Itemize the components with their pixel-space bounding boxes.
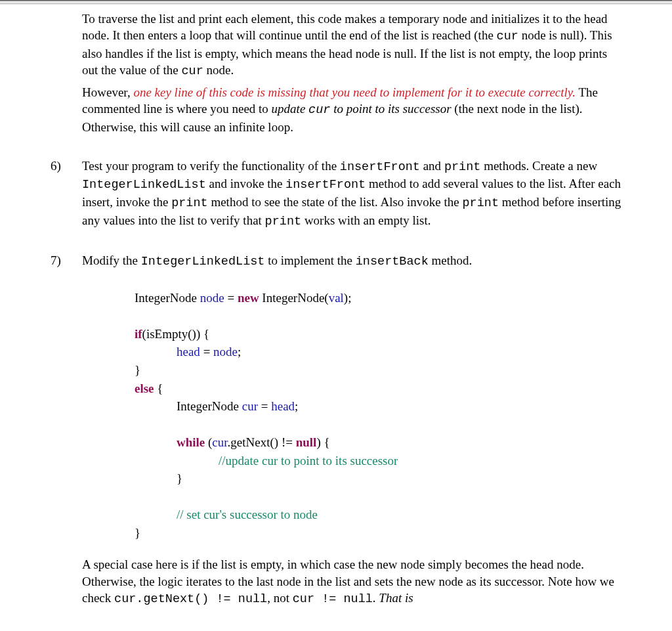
code-line: //update cur to point to its successor [135, 454, 398, 468]
code-text: IntegerNode( [259, 291, 329, 305]
code-inline: cur [497, 30, 518, 43]
code-inline: print [171, 196, 208, 210]
code-inline: IntegerLinkedList [141, 255, 265, 269]
code-text: (isEmpty()) { [142, 327, 210, 341]
code-line: while (cur.getNext() != null) { [135, 435, 330, 449]
text: method to see the state of the list. Als… [208, 195, 463, 209]
text: node. [203, 63, 234, 77]
code-inline: print [463, 196, 499, 210]
text: and invoke the [206, 177, 285, 190]
code-text: ; [238, 345, 241, 359]
code-ident: head [271, 399, 295, 413]
code-line: IntegerNode cur = head; [135, 399, 298, 413]
step-number: 7) [51, 252, 61, 269]
intro-paragraph-1: To traverse the list and print each elem… [82, 11, 626, 80]
code-keyword: if [135, 327, 142, 341]
code-text: ); [344, 291, 352, 305]
code-inline-italic: cur [308, 103, 330, 117]
code-comment: //update cur to point to its successor [219, 454, 398, 468]
code-text: .getNext() != [228, 435, 296, 449]
code-ident: cur [212, 435, 227, 449]
code-ident: head [177, 345, 200, 359]
code-ident: val [329, 291, 344, 305]
code-inline: cur.getNext() != null [114, 592, 267, 606]
step-6: 6) Test your program to verify the funct… [82, 158, 626, 230]
code-inline: print [444, 160, 481, 174]
text: to implement the [264, 253, 355, 267]
text: . [373, 591, 379, 605]
code-line: IntegerNode node = new IntegerNode(val); [135, 291, 351, 305]
text: Modify the [82, 253, 141, 267]
step-7: 7) Modify the IntegerLinkedList to imple… [82, 252, 626, 271]
text: and [420, 159, 444, 173]
code-inline: cur [181, 64, 203, 78]
code-line: } [135, 526, 140, 540]
code-line: head = node; [135, 345, 241, 359]
code-op: = [224, 291, 238, 305]
step-body: Test your program to verify the function… [82, 158, 626, 230]
code-text: } [177, 471, 182, 485]
code-inline: insertBack [356, 255, 429, 269]
text: , not [267, 591, 293, 605]
code-inline: insertFront [285, 178, 366, 192]
intro-paragraph-2: However, one key line of this code is mi… [82, 84, 626, 135]
code-inline: cur != null [293, 592, 373, 606]
emphasis-red: one key line of this code is missing tha… [133, 85, 576, 99]
text: methods. Create a new [480, 159, 597, 173]
code-keyword: new [238, 291, 259, 305]
code-line: } [135, 363, 140, 377]
code-type: IntegerNode [135, 291, 200, 305]
code-comment: // set cur's successor to node [177, 508, 318, 521]
code-ident: node [200, 291, 224, 305]
code-text: ) { [316, 435, 329, 449]
code-ident: node [213, 345, 238, 359]
code-inline: print [265, 215, 302, 228]
text: method. [429, 253, 472, 267]
code-op: = [200, 345, 213, 359]
text: Test your program to verify the function… [82, 159, 340, 173]
code-inline: insertFront [340, 160, 420, 174]
text-italic: to point to its successor [330, 102, 451, 116]
code-text: ( [205, 435, 212, 449]
code-text: ; [295, 399, 298, 413]
code-keyword: null [296, 435, 317, 449]
code-op: = [258, 399, 271, 413]
document-page: To traverse the list and print each elem… [0, 0, 672, 631]
text: However, [82, 85, 133, 99]
code-line: // set cur's successor to node [135, 508, 318, 521]
code-line: else { [135, 381, 163, 395]
code-text: { [154, 381, 163, 395]
code-type: IntegerNode [177, 399, 242, 413]
text-italic: That is [379, 591, 413, 605]
code-inline: IntegerLinkedList [82, 178, 206, 192]
code-block: IntegerNode node = new IntegerNode(val);… [135, 289, 626, 542]
code-keyword: while [177, 435, 205, 449]
step-body: Modify the IntegerLinkedList to implemen… [82, 252, 626, 271]
text: works with an empty list. [301, 213, 430, 227]
code-line: } [135, 471, 182, 485]
step-number: 6) [51, 158, 61, 174]
code-keyword: else [135, 381, 154, 395]
code-line: if(isEmpty()) { [135, 327, 209, 341]
code-ident: cur [242, 399, 258, 413]
top-shadow [0, 3, 672, 5]
text-italic: update [272, 102, 308, 116]
closing-paragraph: A special case here is if the list is em… [82, 556, 626, 607]
page-content: To traverse the list and print each elem… [82, 1, 626, 608]
